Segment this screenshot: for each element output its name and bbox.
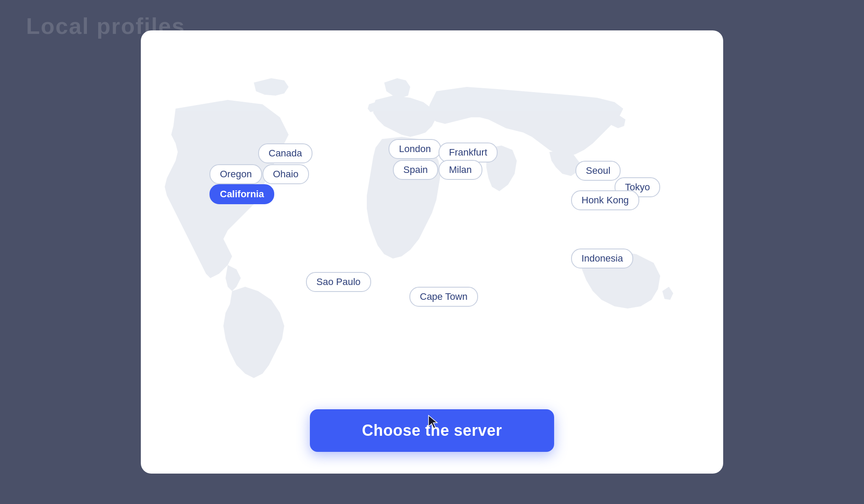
server-btn-hong-kong[interactable]: Honk Kong [571,190,639,210]
server-btn-seoul[interactable]: Seoul [575,161,621,181]
server-btn-london[interactable]: London [389,139,441,159]
server-btn-spain[interactable]: Spain [393,160,438,180]
world-map [141,30,723,474]
server-btn-california[interactable]: California [209,184,274,204]
server-btn-oregon[interactable]: Oregon [209,164,262,184]
server-btn-milan[interactable]: Milan [439,160,482,180]
server-btn-ohaio[interactable]: Ohaio [263,164,309,184]
server-btn-indonesia[interactable]: Indonesia [571,249,633,269]
server-selection-modal: CanadaOregonOhaioCaliforniaLondonFrankfu… [141,30,723,474]
choose-server-button[interactable]: Choose the server [310,409,555,452]
server-btn-cape-town[interactable]: Cape Town [409,287,478,307]
server-btn-canada[interactable]: Canada [258,143,312,163]
server-btn-sao-paulo[interactable]: Sao Paulo [306,272,371,292]
